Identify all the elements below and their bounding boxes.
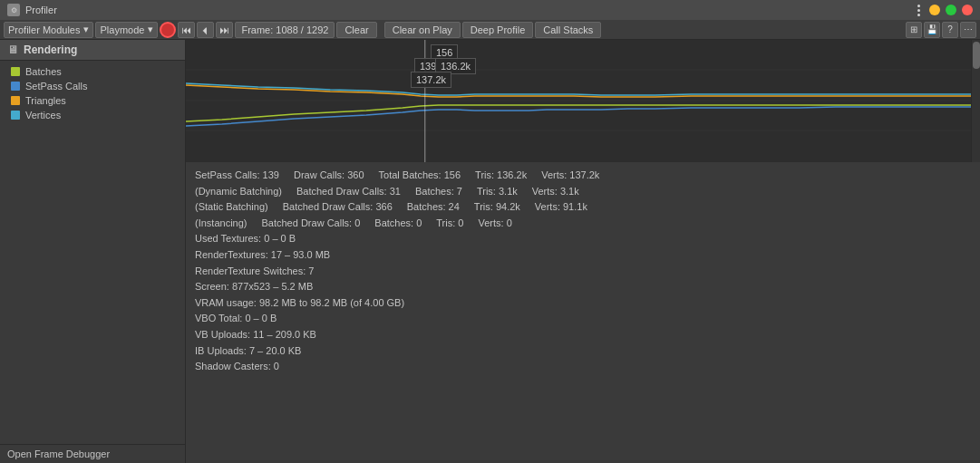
record-button[interactable] xyxy=(160,22,176,38)
batches-label: Batches xyxy=(25,66,62,77)
stats-line-4: (Instancing) Batched Draw Calls: 0 Batch… xyxy=(195,216,971,232)
sidebar-header: 🖥 Rendering xyxy=(0,40,185,61)
stats-line-8: Screen: 877x523 – 5.2 MB xyxy=(195,279,971,295)
stats-line-12: IB Uploads: 7 – 20.0 KB xyxy=(195,343,971,360)
stats-line-3: (Static Batching) Batched Draw Calls: 36… xyxy=(195,199,971,216)
vertices-color xyxy=(11,111,20,120)
profiler-icon: ⚙ xyxy=(7,4,20,16)
maximize-button[interactable] xyxy=(946,5,956,15)
step-back-start-button[interactable]: ⏮ xyxy=(178,22,195,38)
playmode-arrow-icon: ▾ xyxy=(148,24,153,35)
frame-label: Frame: 1088 / 1292 xyxy=(241,24,328,35)
scrollbar-thumb[interactable] xyxy=(973,42,980,69)
more-options-toolbar-icon[interactable]: ⋯ xyxy=(960,22,976,38)
triangles-label: Triangles xyxy=(25,95,66,106)
dropdown-arrow-icon: ▾ xyxy=(83,24,89,35)
clear-button[interactable]: Clear xyxy=(336,22,376,38)
clear-on-play-label: Clear on Play xyxy=(393,24,452,35)
frame-info: Frame: 1088 / 1292 xyxy=(235,22,335,38)
list-item[interactable]: Vertices xyxy=(0,108,185,122)
triangles-color xyxy=(11,96,20,105)
sidebar-items: Batches SetPass Calls Triangles Vertices xyxy=(0,61,185,444)
open-frame-debugger-button[interactable]: Open Frame Debugger xyxy=(0,444,185,463)
close-button[interactable] xyxy=(962,5,973,15)
title-bar: ⚙ Profiler xyxy=(0,0,980,20)
rendering-icon: 🖥 xyxy=(7,43,18,56)
stats-line-1: SetPass Calls: 139 Draw Calls: 360 Total… xyxy=(195,168,971,184)
main-area: 🖥 Rendering Batches SetPass Calls Triang… xyxy=(0,40,980,463)
clear-label: Clear xyxy=(344,24,368,35)
stats-line-9: VRAM usage: 98.2 MB to 98.2 MB (of 4.00 … xyxy=(195,295,971,312)
clear-on-play-button[interactable]: Clear on Play xyxy=(384,22,461,38)
setpass-label: SetPass Calls xyxy=(25,81,87,92)
save-icon[interactable]: 💾 xyxy=(924,22,940,38)
stats-line-13: Shadow Casters: 0 xyxy=(195,359,971,375)
call-stacks-label: Call Stacks xyxy=(543,24,593,35)
toolbar-right-icons: ⊞ 💾 ? ⋯ xyxy=(906,22,976,38)
list-item[interactable]: Batches xyxy=(0,64,185,79)
graph-svg xyxy=(186,40,971,162)
sidebar-section-title: Rendering xyxy=(24,43,77,56)
list-item[interactable]: Triangles xyxy=(0,93,185,108)
toolbar: Profiler Modules ▾ Playmode ▾ ⏮ ⏴ ⏭ Fram… xyxy=(0,20,980,40)
playmode-dropdown[interactable]: Playmode ▾ xyxy=(95,22,158,38)
deep-profile-button[interactable]: Deep Profile xyxy=(462,22,534,38)
more-options-icon[interactable] xyxy=(914,2,924,19)
content-area: 156 139 136.2k 137.2k SetPass Calls: 13 xyxy=(186,40,980,463)
title-bar-left: ⚙ Profiler xyxy=(7,4,57,16)
minimize-button[interactable] xyxy=(929,5,940,15)
stats-line-10: VBO Total: 0 – 0 B xyxy=(195,311,971,327)
svg-rect-0 xyxy=(186,40,971,162)
window-title: Profiler xyxy=(25,5,57,15)
stats-line-6: RenderTextures: 17 – 93.0 MB xyxy=(195,247,971,264)
graph-outer: 156 139 136.2k 137.2k xyxy=(186,40,980,162)
window-controls xyxy=(914,2,973,19)
graph-wrapper: 156 139 136.2k 137.2k xyxy=(186,40,971,162)
profiler-modules-dropdown[interactable]: Profiler Modules ▾ xyxy=(4,22,93,38)
step-forward-button[interactable]: ⏭ xyxy=(216,22,233,38)
vertices-label: Vertices xyxy=(25,110,61,121)
call-stacks-button[interactable]: Call Stacks xyxy=(535,22,601,38)
batches-color xyxy=(11,67,20,76)
deep-profile-label: Deep Profile xyxy=(471,24,526,35)
list-item[interactable]: SetPass Calls xyxy=(0,79,185,93)
stats-line-5: Used Textures: 0 – 0 B xyxy=(195,231,971,247)
graph-scrollbar[interactable] xyxy=(971,40,980,162)
step-back-button[interactable]: ⏴ xyxy=(197,22,214,38)
stats-line-7: RenderTexture Switches: 7 xyxy=(195,264,971,280)
layout-icon[interactable]: ⊞ xyxy=(906,22,922,38)
stats-area: SetPass Calls: 139 Draw Calls: 360 Total… xyxy=(186,162,980,463)
stats-line-2: (Dynamic Batching) Batched Draw Calls: 3… xyxy=(195,184,971,200)
setpass-color xyxy=(11,82,20,91)
sidebar: 🖥 Rendering Batches SetPass Calls Triang… xyxy=(0,40,186,463)
profiler-modules-label: Profiler Modules xyxy=(8,24,80,35)
playmode-label: Playmode xyxy=(100,24,144,35)
stats-line-11: VB Uploads: 11 – 209.0 KB xyxy=(195,327,971,343)
help-icon[interactable]: ? xyxy=(942,22,958,38)
open-frame-debugger-label: Open Frame Debugger xyxy=(7,449,110,459)
